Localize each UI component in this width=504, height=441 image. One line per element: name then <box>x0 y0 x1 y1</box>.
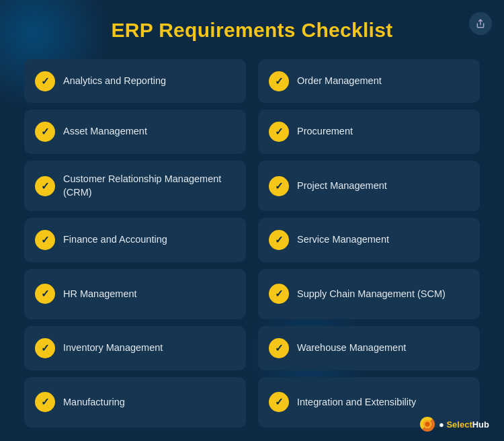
check-icon: ✓ <box>35 284 55 304</box>
check-icon: ✓ <box>35 338 55 358</box>
svg-point-2 <box>425 422 429 427</box>
item-label: Inventory Management <box>63 342 163 355</box>
checklist-item-order: ✓ Order Management <box>258 59 480 103</box>
checklist-item-asset: ✓ Asset Management <box>24 110 246 153</box>
logo-text: ● SelectHub <box>439 419 489 430</box>
item-label: Service Management <box>297 233 389 247</box>
item-label: Asset Management <box>63 125 147 138</box>
checklist-item-supply: ✓ Supply Chain Management (SCM) <box>258 269 480 319</box>
item-label: Finance and Accounting <box>63 233 167 247</box>
check-icon: ✓ <box>35 176 55 196</box>
selecthub-logo: ● SelectHub <box>420 417 489 432</box>
item-label: Customer Relationship Management (CRM) <box>63 173 235 199</box>
checklist-item-analytics: ✓ Analytics and Reporting <box>24 59 246 103</box>
checklist-item-service: ✓ Service Management <box>258 218 480 262</box>
item-label: Analytics and Reporting <box>63 75 166 88</box>
check-icon: ✓ <box>269 338 289 358</box>
item-label: Procurement <box>297 125 353 138</box>
check-icon: ✓ <box>269 392 289 412</box>
item-label: Manufacturing <box>63 396 125 409</box>
checklist-item-hr: ✓ HR Management <box>24 269 246 319</box>
share-button[interactable] <box>469 12 492 35</box>
check-icon: ✓ <box>269 122 289 142</box>
page-title: ERP Requirements Checklist <box>24 19 480 42</box>
check-icon: ✓ <box>269 284 289 304</box>
item-label: Supply Chain Management (SCM) <box>297 288 446 301</box>
item-label: Integration and Extensibility <box>297 396 416 409</box>
item-label: Order Management <box>297 75 382 88</box>
checklist-item-warehouse: ✓ Warehouse Management <box>258 326 480 370</box>
main-container: ERP Requirements Checklist ✓ Analytics a… <box>0 0 504 441</box>
check-icon: ✓ <box>269 230 289 250</box>
checklist-item-finance: ✓ Finance and Accounting <box>24 218 246 262</box>
check-icon: ✓ <box>269 71 289 91</box>
logo-icon <box>420 417 435 432</box>
check-icon: ✓ <box>35 122 55 142</box>
check-icon: ✓ <box>35 71 55 91</box>
item-label: HR Management <box>63 288 137 301</box>
check-icon: ✓ <box>35 392 55 412</box>
checklist-item-manufacturing: ✓ Manufacturing <box>24 377 246 428</box>
checklist-item-inventory: ✓ Inventory Management <box>24 326 246 370</box>
check-icon: ✓ <box>35 230 55 250</box>
checklist-item-procurement: ✓ Procurement <box>258 110 480 153</box>
checklist-item-project: ✓ Project Management <box>258 161 480 211</box>
check-icon: ✓ <box>269 176 289 196</box>
checklist-grid: ✓ Analytics and Reporting ✓ Order Manage… <box>24 59 480 428</box>
item-label: Warehouse Management <box>297 342 406 355</box>
checklist-item-crm: ✓ Customer Relationship Management (CRM) <box>24 161 246 211</box>
item-label: Project Management <box>297 179 387 193</box>
